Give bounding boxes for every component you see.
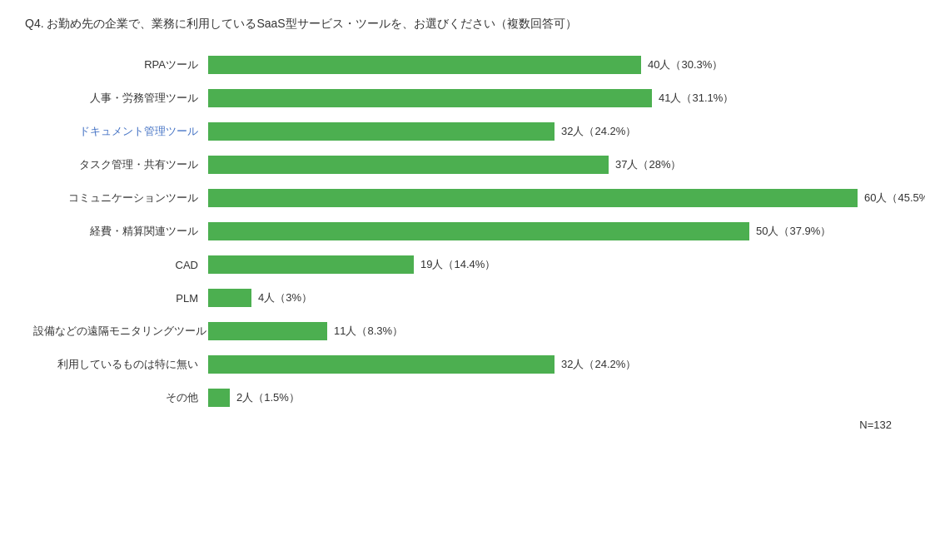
bar-fill — [208, 222, 749, 240]
bar-fill — [208, 389, 230, 407]
bar-label: 利用しているものは特に無い — [33, 357, 208, 372]
bar-row: 利用しているものは特に無い32人（24.2%） — [33, 352, 900, 377]
bar-row: タスク管理・共有ツール37人（28%） — [33, 152, 900, 177]
bar-label: ドキュメント管理ツール — [33, 124, 208, 139]
bar-wrap: 40人（30.3%） — [208, 56, 900, 74]
bar-row: 経費・精算関連ツール50人（37.9%） — [33, 219, 900, 244]
bar-fill — [208, 355, 555, 374]
bar-wrap: 32人（24.2%） — [208, 122, 900, 141]
bar-wrap: 60人（45.5%） — [208, 189, 925, 207]
bar-value-label: 4人（3%） — [258, 290, 312, 305]
bar-value-label: 40人（30.3%） — [648, 57, 723, 72]
bar-row: PLM4人（3%） — [33, 285, 900, 310]
bar-wrap: 19人（14.4%） — [208, 255, 900, 274]
bar-value-label: 50人（37.9%） — [756, 224, 831, 239]
bar-label: 設備などの遠隔モニタリングツール — [33, 324, 208, 339]
bar-value-label: 19人（14.4%） — [420, 257, 495, 272]
bar-value-label: 32人（24.2%） — [561, 124, 636, 139]
bar-row: 人事・労務管理ツール41人（31.1%） — [33, 86, 900, 111]
bar-label: コミュニケーションツール — [33, 191, 208, 206]
bar-label: 人事・労務管理ツール — [33, 91, 208, 106]
bar-row: コミュニケーションツール60人（45.5%） — [33, 186, 900, 211]
bar-fill — [208, 156, 609, 174]
bar-wrap: 32人（24.2%） — [208, 355, 900, 374]
bar-value-label: 41人（31.1%） — [659, 91, 734, 106]
bar-row: 設備などの遠隔モニタリングツール11人（8.3%） — [33, 319, 900, 344]
bar-label: タスク管理・共有ツール — [33, 157, 208, 172]
bar-fill — [208, 89, 652, 107]
bar-fill — [208, 289, 251, 307]
bar-value-label: 2人（1.5%） — [236, 390, 300, 405]
bar-row: その他2人（1.5%） — [33, 385, 900, 410]
bar-fill — [208, 122, 555, 141]
bar-wrap: 50人（37.9%） — [208, 222, 900, 240]
bar-value-label: 32人（24.2%） — [561, 357, 636, 372]
bar-row: RPAツール40人（30.3%） — [33, 52, 900, 77]
bar-wrap: 37人（28%） — [208, 156, 900, 174]
bar-wrap: 11人（8.3%） — [208, 322, 900, 340]
bar-value-label: 37人（28%） — [615, 157, 681, 172]
bar-fill — [208, 189, 858, 207]
bar-fill — [208, 322, 327, 340]
bar-wrap: 4人（3%） — [208, 289, 900, 307]
bar-value-label: 11人（8.3%） — [334, 324, 403, 339]
bar-row: CAD19人（14.4%） — [33, 252, 900, 277]
bar-label: CAD — [33, 259, 208, 271]
bar-label: PLM — [33, 292, 208, 305]
bar-row: ドキュメント管理ツール32人（24.2%） — [33, 119, 900, 144]
bar-label: その他 — [33, 390, 208, 405]
bar-label: RPAツール — [33, 57, 208, 72]
bar-fill — [208, 56, 641, 74]
question-title: Q4. お勤め先の企業で、業務に利用しているSaaS型サービス・ツールを、お選び… — [25, 17, 900, 32]
bar-value-label: 60人（45.5%） — [864, 191, 925, 206]
n-label: N=132 — [25, 419, 900, 431]
bar-wrap: 2人（1.5%） — [208, 389, 900, 407]
bar-wrap: 41人（31.1%） — [208, 89, 900, 107]
bar-label: 経費・精算関連ツール — [33, 224, 208, 239]
chart-container: RPAツール40人（30.3%）人事・労務管理ツール41人（31.1%）ドキュメ… — [25, 52, 900, 410]
bar-fill — [208, 255, 414, 274]
